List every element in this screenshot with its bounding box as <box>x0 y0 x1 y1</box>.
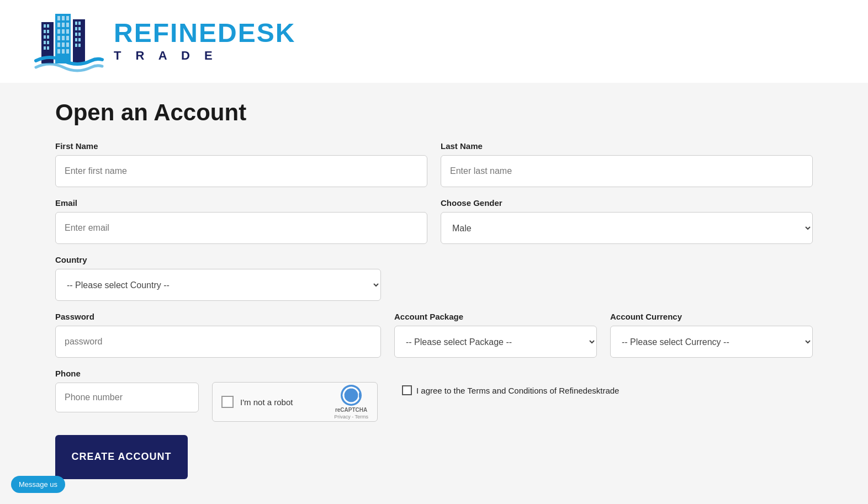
package-select[interactable]: -- Please select Package -- <box>394 326 597 358</box>
message-us-button[interactable]: Message us <box>11 476 65 493</box>
svg-rect-27 <box>57 49 60 54</box>
svg-rect-14 <box>66 16 69 20</box>
svg-rect-39 <box>75 44 77 47</box>
gender-group: Choose Gender Male Female Other <box>441 198 813 244</box>
bottom-row: Phone I'm not a robot <box>55 369 813 422</box>
phone-label: Phone <box>55 369 199 378</box>
form-section: Open an Account First Name Last Name Ema… <box>0 83 868 501</box>
svg-rect-17 <box>66 23 69 27</box>
svg-rect-6 <box>47 35 49 39</box>
svg-rect-18 <box>57 29 60 34</box>
header: REFINEDESK T R A D E <box>0 0 868 83</box>
password-row: Password Account Package -- Please selec… <box>55 312 813 358</box>
email-gender-row: Email Choose Gender Male Female Other <box>55 198 813 244</box>
svg-rect-12 <box>57 16 60 20</box>
terms-label[interactable]: I agree to the Terms and Conditions of R… <box>402 385 619 395</box>
svg-rect-9 <box>44 46 46 50</box>
svg-rect-40 <box>78 44 81 47</box>
svg-rect-20 <box>66 29 69 34</box>
svg-rect-34 <box>78 27 81 30</box>
country-group: Country -- Please select Country -- <box>55 255 381 301</box>
svg-rect-19 <box>62 29 65 34</box>
svg-rect-22 <box>62 36 65 40</box>
captcha-text: I'm not a robot <box>240 397 293 407</box>
package-label: Account Package <box>394 312 597 321</box>
gender-select[interactable]: Male Female Other <box>441 212 813 244</box>
captcha-checkbox[interactable] <box>221 396 234 408</box>
brand-name: REFINEDESK <box>114 20 295 46</box>
recaptcha-links: Privacy - Terms <box>334 414 368 420</box>
terms-checkbox[interactable] <box>402 385 412 395</box>
country-row: Country -- Please select Country -- <box>55 255 813 301</box>
svg-rect-31 <box>75 22 77 25</box>
svg-rect-8 <box>47 41 49 44</box>
password-label: Password <box>55 312 381 321</box>
brand-text: REFINEDESK T R A D E <box>114 20 295 63</box>
svg-rect-37 <box>75 38 77 41</box>
captcha-group[interactable]: I'm not a robot reCAPTCHA <box>212 369 389 422</box>
svg-rect-10 <box>47 46 49 50</box>
country-label: Country <box>55 255 381 264</box>
svg-rect-24 <box>57 43 60 47</box>
create-account-button[interactable]: CREATE ACCOUNT <box>55 435 188 479</box>
svg-rect-29 <box>66 49 69 54</box>
email-group: Email <box>55 198 427 244</box>
svg-rect-13 <box>62 16 65 20</box>
svg-rect-38 <box>78 38 81 41</box>
first-name-input[interactable] <box>55 155 427 187</box>
logo-container: REFINEDESK T R A D E <box>33 6 295 77</box>
captcha-right: reCAPTCHA Privacy - Terms <box>334 385 368 420</box>
captcha-box[interactable]: I'm not a robot reCAPTCHA <box>212 382 378 422</box>
svg-rect-25 <box>62 43 65 47</box>
currency-select[interactable]: -- Please select Currency -- <box>610 326 813 358</box>
captcha-left: I'm not a robot <box>221 396 293 408</box>
logo-icon <box>33 6 105 77</box>
package-group: Account Package -- Please select Package… <box>394 312 597 358</box>
email-input[interactable] <box>55 212 427 244</box>
gender-label: Choose Gender <box>441 198 813 208</box>
recaptcha-icon <box>341 385 362 406</box>
page-title: Open an Account <box>55 99 813 126</box>
svg-rect-21 <box>57 36 60 40</box>
svg-rect-28 <box>62 49 65 54</box>
svg-rect-3 <box>44 30 46 33</box>
last-name-group: Last Name <box>441 141 813 187</box>
recaptcha-brand: reCAPTCHA <box>335 407 367 413</box>
svg-rect-36 <box>78 33 81 36</box>
svg-rect-1 <box>44 24 46 28</box>
currency-label: Account Currency <box>610 312 813 321</box>
svg-rect-15 <box>57 23 60 27</box>
svg-rect-2 <box>47 24 49 28</box>
svg-rect-7 <box>44 41 46 44</box>
svg-rect-26 <box>66 43 69 47</box>
svg-rect-4 <box>47 30 49 33</box>
terms-text: I agree to the Terms and Conditions of R… <box>416 386 619 395</box>
brand-tagline: T R A D E <box>114 49 295 63</box>
phone-input[interactable] <box>55 383 199 412</box>
password-group: Password <box>55 312 381 358</box>
password-input[interactable] <box>55 326 381 358</box>
svg-rect-16 <box>62 23 65 27</box>
phone-group: Phone <box>55 369 199 412</box>
currency-group: Account Currency -- Please select Curren… <box>610 312 813 358</box>
svg-rect-33 <box>75 27 77 30</box>
first-name-label: First Name <box>55 141 427 151</box>
country-select[interactable]: -- Please select Country -- <box>55 269 381 301</box>
last-name-label: Last Name <box>441 141 813 151</box>
terms-group: I agree to the Terms and Conditions of R… <box>402 369 813 395</box>
svg-rect-5 <box>44 35 46 39</box>
last-name-input[interactable] <box>441 155 813 187</box>
first-name-group: First Name <box>55 141 427 187</box>
svg-rect-23 <box>66 36 69 40</box>
email-label: Email <box>55 198 427 208</box>
svg-rect-35 <box>75 33 77 36</box>
svg-rect-32 <box>78 22 81 25</box>
name-row: First Name Last Name <box>55 141 813 187</box>
